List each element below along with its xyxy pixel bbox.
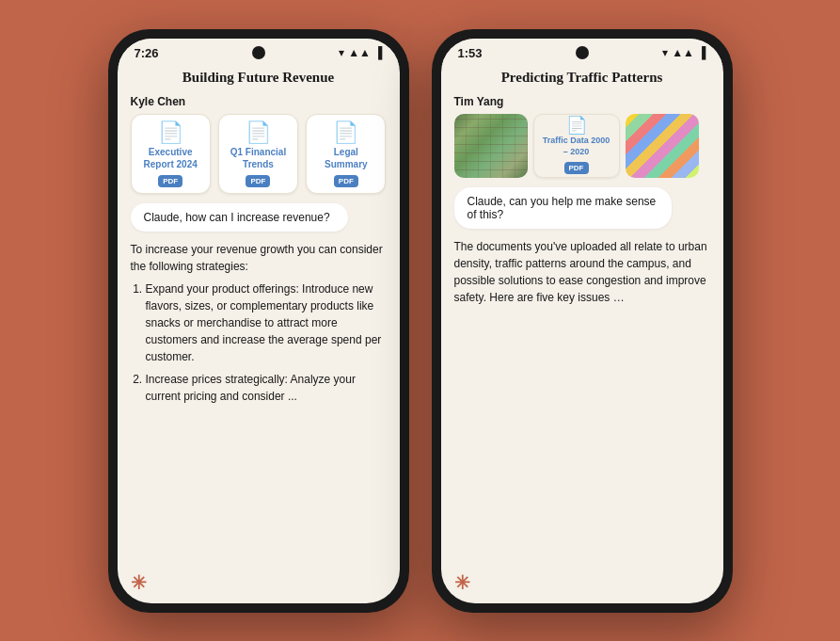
- attachment-executive-report[interactable]: 📄 Executive Report 2024 PDF: [131, 114, 211, 194]
- attachments-1: 📄 Executive Report 2024 PDF 📄 Q1 Financi…: [131, 114, 387, 194]
- chat-content-1: Kyle Chen 📄 Executive Report 2024 PDF 📄 …: [118, 89, 400, 603]
- status-icons-2: ▾ ▲▲ ▐: [662, 46, 705, 60]
- asterisk-icon-1: ✳: [131, 571, 387, 594]
- user-message-1: Claude, how can I increase revenue?: [131, 203, 348, 232]
- user-message-2: Claude, can you help me make sense of th…: [454, 187, 672, 229]
- asterisk-icon-2: ✳: [454, 571, 710, 594]
- pdf-badge-3: PDF: [334, 175, 358, 187]
- phone-1: 7:26 ▾ ▲▲ ▐ Building Future Revenue Kyle…: [108, 29, 409, 613]
- response-list-1: Expand your product offerings: Introduce…: [131, 280, 387, 405]
- camera-notch-1: [252, 46, 265, 59]
- traffic-card-title: Traffic Data 2000 – 2020: [540, 136, 613, 157]
- phone-2: 1:53 ▾ ▲▲ ▐ Predicting Traffic Patterns …: [432, 29, 733, 613]
- wifi-icon-2: ▾: [662, 46, 668, 60]
- doc-icon-3: 📄: [333, 122, 358, 143]
- doc-icon-traffic: 📄: [566, 117, 587, 134]
- sticky-notes-photo[interactable]: [626, 114, 699, 178]
- attachment-title-3: Legal Summary: [316, 146, 375, 170]
- assistant-response-2: The documents you've uploaded all relate…: [454, 238, 710, 564]
- attachment-legal-summary[interactable]: 📄 Legal Summary PDF: [306, 114, 386, 194]
- attachment-title-2: Q1 Financial Trends: [229, 146, 288, 170]
- signal-icon: ▲▲: [348, 46, 371, 60]
- img-attachments-2: 📄 Traffic Data 2000 – 2020 PDF: [454, 114, 710, 178]
- chat-title-1: Building Future Revenue: [118, 64, 400, 89]
- battery-icon: ▐: [374, 46, 383, 60]
- user-name-1: Kyle Chen: [131, 95, 387, 108]
- response-item-1-2: Increase prices strategically: Analyze y…: [146, 371, 387, 405]
- user-name-2: Tim Yang: [454, 95, 710, 108]
- attachment-traffic-data[interactable]: 📄 Traffic Data 2000 – 2020 PDF: [533, 114, 620, 178]
- wifi-icon: ▾: [339, 46, 344, 60]
- response-intro-1: To increase your revenue growth you can …: [131, 241, 387, 275]
- chat-content-2: Tim Yang 📄 Traffic Data 2000 – 2020 PDF …: [441, 89, 723, 603]
- attachment-title-1: Executive Report 2024: [141, 146, 200, 170]
- time-1: 7:26: [135, 46, 159, 60]
- response-text-2: The documents you've uploaded all relate…: [454, 238, 710, 306]
- camera-notch-2: [576, 46, 589, 59]
- battery-icon-2: ▐: [698, 46, 706, 60]
- aerial-photo-1[interactable]: [454, 114, 528, 178]
- status-icons-1: ▾ ▲▲ ▐: [339, 46, 382, 60]
- time-2: 1:53: [458, 46, 483, 60]
- doc-icon-1: 📄: [158, 122, 183, 143]
- assistant-response-1: To increase your revenue growth you can …: [131, 241, 387, 564]
- attachment-q1-trends[interactable]: 📄 Q1 Financial Trends PDF: [218, 114, 298, 194]
- pdf-badge-2: PDF: [246, 175, 270, 187]
- traffic-pdf-badge: PDF: [564, 162, 589, 174]
- signal-icon-2: ▲▲: [672, 46, 694, 60]
- chat-title-2: Predicting Traffic Patterns: [441, 64, 723, 89]
- pdf-badge-1: PDF: [158, 175, 182, 187]
- response-item-1-1: Expand your product offerings: Introduce…: [146, 280, 387, 365]
- doc-icon-2: 📄: [246, 122, 271, 143]
